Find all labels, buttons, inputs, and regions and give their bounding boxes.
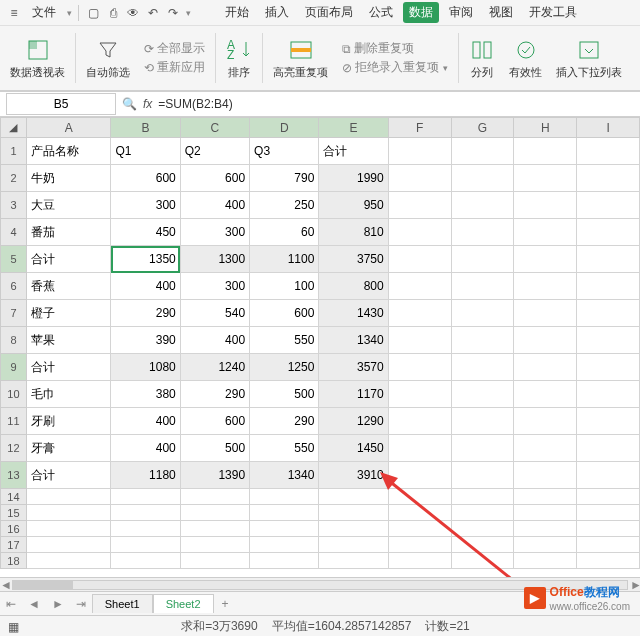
cell[interactable] [514,327,577,354]
cell[interactable] [111,489,180,505]
cell[interactable] [111,537,180,553]
col-F[interactable]: F [388,118,451,138]
row-header[interactable]: 12 [1,435,27,462]
print-icon[interactable]: ⎙ [105,5,121,21]
cell[interactable]: 3910 [319,462,388,489]
cell[interactable] [514,192,577,219]
row-header[interactable]: 1 [1,138,27,165]
cell[interactable] [388,192,451,219]
cell[interactable] [514,537,577,553]
row-header[interactable]: 18 [1,553,27,569]
tab-nav-first[interactable]: ⇤ [0,597,22,611]
cell[interactable]: 290 [180,381,249,408]
cell[interactable]: 合计 [26,246,110,273]
row-header[interactable]: 9 [1,354,27,381]
row-header[interactable]: 3 [1,192,27,219]
row-header[interactable]: 2 [1,165,27,192]
formula-input[interactable]: =SUM(B2:B4) [158,97,640,111]
cell[interactable] [319,553,388,569]
cell[interactable] [319,489,388,505]
cell[interactable] [388,273,451,300]
cell[interactable] [451,537,514,553]
cell[interactable] [388,505,451,521]
dedup-button[interactable]: ⧉删除重复项 [342,40,448,57]
cell[interactable] [577,192,640,219]
cell[interactable] [514,381,577,408]
cell[interactable]: 300 [111,192,180,219]
cell[interactable]: 250 [250,192,319,219]
cell[interactable] [577,489,640,505]
col-D[interactable]: D [250,118,319,138]
cell[interactable]: 540 [180,300,249,327]
undo-icon[interactable]: ↶ [145,5,161,21]
cell[interactable]: 290 [250,408,319,435]
cell[interactable] [388,219,451,246]
cell[interactable]: 1290 [319,408,388,435]
fx-icon[interactable]: fx [143,97,152,111]
highlight-button[interactable]: 高亮重复项 [269,37,332,80]
cell[interactable] [577,537,640,553]
cell[interactable] [319,537,388,553]
cell[interactable] [111,505,180,521]
row-header[interactable]: 15 [1,505,27,521]
cell[interactable]: 1080 [111,354,180,381]
cell[interactable] [577,354,640,381]
tab-view[interactable]: 视图 [483,2,519,23]
cell[interactable]: 400 [180,327,249,354]
cell[interactable] [577,246,640,273]
cell[interactable] [514,219,577,246]
cell[interactable] [250,505,319,521]
cell[interactable]: 1100 [250,246,319,273]
cell[interactable] [577,327,640,354]
cell[interactable] [514,246,577,273]
cell[interactable]: 60 [250,219,319,246]
cell[interactable] [388,354,451,381]
cell[interactable]: 1340 [250,462,319,489]
cell[interactable] [388,381,451,408]
cell[interactable] [514,300,577,327]
cell[interactable] [250,537,319,553]
cell[interactable] [180,537,249,553]
add-sheet-button[interactable]: + [214,597,237,611]
cell[interactable] [451,300,514,327]
cell[interactable] [250,521,319,537]
cell[interactable] [451,435,514,462]
cell[interactable]: 400 [111,408,180,435]
cell[interactable]: 790 [250,165,319,192]
cell[interactable] [514,354,577,381]
cell[interactable]: 600 [180,408,249,435]
cell[interactable] [451,219,514,246]
cell[interactable]: 100 [250,273,319,300]
reapply-button[interactable]: ⟲重新应用 [144,59,205,76]
tab-dev[interactable]: 开发工具 [523,2,583,23]
cell[interactable]: 大豆 [26,192,110,219]
cell[interactable] [388,489,451,505]
cell[interactable]: 3750 [319,246,388,273]
row-header[interactable]: 4 [1,219,27,246]
tab-start[interactable]: 开始 [219,2,255,23]
cell[interactable] [388,462,451,489]
col-C[interactable]: C [180,118,249,138]
cell[interactable] [451,462,514,489]
spreadsheet-grid[interactable]: ◢ A B C D E F G H I 1 产品名称 Q1 Q2 Q3 合计 2… [0,117,640,577]
cell[interactable] [451,192,514,219]
cell[interactable] [577,505,640,521]
col-B[interactable]: B [111,118,180,138]
dropdown-button[interactable]: 插入下拉列表 [552,37,626,80]
cell[interactable] [451,165,514,192]
cell[interactable] [514,138,577,165]
cell[interactable]: 810 [319,219,388,246]
cell[interactable] [451,273,514,300]
cell[interactable]: Q3 [250,138,319,165]
cell[interactable] [26,553,110,569]
cell[interactable] [26,537,110,553]
cell[interactable]: 香蕉 [26,273,110,300]
row-header[interactable]: 7 [1,300,27,327]
cell[interactable] [180,553,249,569]
cell[interactable] [451,489,514,505]
cell[interactable]: 400 [180,192,249,219]
cell[interactable]: 1250 [250,354,319,381]
preview-icon[interactable]: 👁 [125,5,141,21]
cell[interactable]: 950 [319,192,388,219]
row-header[interactable]: 13 [1,462,27,489]
